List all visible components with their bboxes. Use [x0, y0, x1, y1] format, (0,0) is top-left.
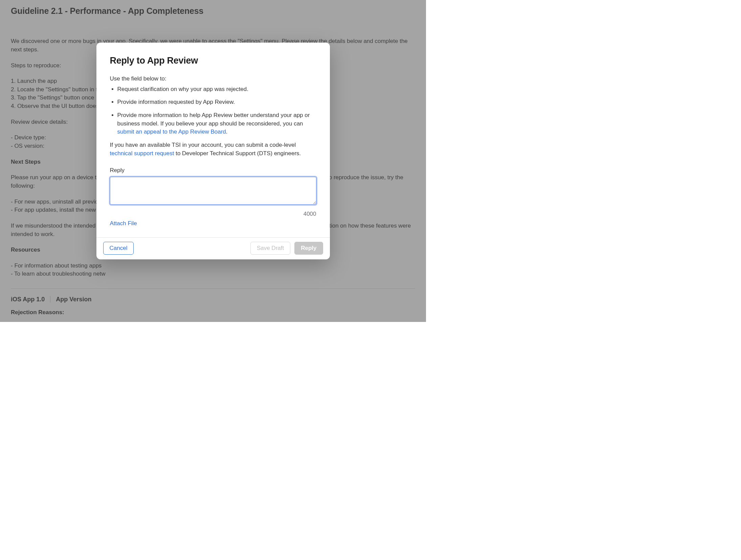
reply-button[interactable]: Reply: [294, 242, 323, 255]
modal-intro: Use the field below to:: [110, 75, 316, 83]
tsi-note: If you have an available TSI in your acc…: [110, 141, 316, 158]
bullet-item: Request clarification on why your app wa…: [117, 85, 316, 94]
reply-textarea-wrap: [110, 177, 316, 207]
bullet-item: Provide more information to help App Rev…: [117, 111, 316, 136]
bullet-item: Provide information requested by App Rev…: [117, 98, 316, 107]
modal-title: Reply to App Review: [110, 54, 316, 67]
reply-field-label: Reply: [110, 166, 316, 175]
attach-file-link[interactable]: Attach File: [110, 219, 137, 228]
tsi-pre: If you have an available TSI in your acc…: [110, 142, 296, 148]
modal-overlay: Reply to App Review Use the field below …: [0, 0, 426, 322]
bullet-text-post: .: [226, 129, 228, 135]
save-draft-button[interactable]: Save Draft: [250, 242, 290, 255]
bullet-text: Provide more information to help App Rev…: [117, 112, 310, 127]
reply-modal: Reply to App Review Use the field below …: [96, 43, 330, 259]
reply-textarea[interactable]: [110, 177, 316, 205]
tsi-link[interactable]: technical support request: [110, 150, 174, 157]
appeal-link[interactable]: submit an appeal to the App Review Board: [117, 129, 226, 135]
char-counter: 4000: [110, 210, 316, 218]
tsi-post: to Developer Technical Support (DTS) eng…: [174, 150, 301, 157]
modal-body: Reply to App Review Use the field below …: [96, 43, 330, 237]
modal-bullets: Request clarification on why your app wa…: [110, 85, 316, 136]
modal-footer: Cancel Save Draft Reply: [96, 237, 330, 259]
cancel-button[interactable]: Cancel: [103, 242, 134, 255]
